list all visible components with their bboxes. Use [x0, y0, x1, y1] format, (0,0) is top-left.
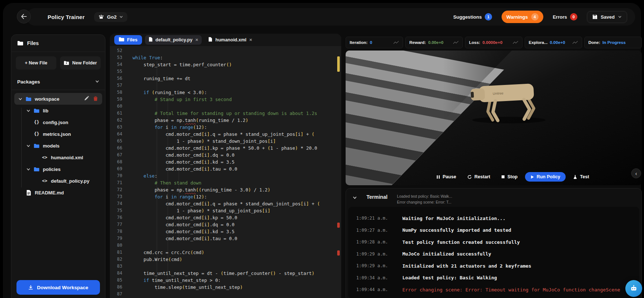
- code-line-73[interactable]: 73 for i in range(12):: [110, 193, 341, 200]
- code-line-52[interactable]: 52: [110, 47, 341, 54]
- metric-card-explora[interactable]: Explora...0.00e+0: [525, 37, 582, 48]
- folder-icon: [33, 167, 40, 172]
- stop-button[interactable]: Stop: [498, 172, 521, 182]
- tree-item-label: default_policy.py: [51, 178, 89, 184]
- new-folder-button[interactable]: New Folder: [60, 56, 101, 70]
- code-line-79[interactable]: 79 cmd.motor_cmd[i].tau = 0.0: [110, 235, 341, 242]
- code-line-86[interactable]: 86 time.sleep(time_until_next_step): [110, 284, 341, 291]
- tab-default_policy.py[interactable]: default_policy.py×: [145, 35, 202, 45]
- code-line-83[interactable]: 83: [110, 263, 341, 270]
- assistant-bot-button[interactable]: [625, 280, 642, 297]
- run-policy-button[interactable]: Run Policy: [525, 172, 566, 182]
- terminal-panel: Terminal Loaded test policy: Basic Walk.…: [346, 188, 642, 298]
- code-line-78[interactable]: 78 cmd.motor_cmd[i].kd = 3.5: [110, 228, 341, 235]
- tree-item-default_policy.py[interactable]: <>default_policy.py: [14, 175, 102, 187]
- saved-button[interactable]: Saved: [587, 11, 627, 23]
- code-line-57[interactable]: 57: [110, 82, 341, 89]
- new-file-button[interactable]: + New File: [16, 56, 56, 70]
- code-line-62[interactable]: 62 phase = np.tanh(runing_time / 1.2): [110, 117, 341, 124]
- errors-button[interactable]: Errors 0: [553, 13, 577, 21]
- code-line-76[interactable]: 76 cmd.motor_cmd[i].kp = 50.0: [110, 214, 341, 221]
- code-line-71[interactable]: 71 # Then stand down: [110, 179, 341, 186]
- scrollbar-error-marker[interactable]: [337, 250, 340, 256]
- code-line-69[interactable]: 69 cmd.motor_cmd[i].tau = 0.0: [110, 165, 341, 172]
- code-line-80[interactable]: 80: [110, 242, 341, 249]
- code-line-67[interactable]: 67 cmd.motor_cmd[i].dq = 0.0: [110, 152, 341, 159]
- code-line-70[interactable]: 70 else:: [110, 172, 341, 179]
- code-line-85[interactable]: 85 if time_until_next_step > 0:: [110, 277, 341, 284]
- warnings-button[interactable]: Warnings 4: [502, 11, 543, 23]
- file-icon: [208, 37, 212, 43]
- robot-selector[interactable]: Go2: [94, 12, 127, 22]
- tree-indent-guide: [21, 108, 22, 187]
- tree-item-humanoid.xml[interactable]: <>humanoid.xml: [14, 152, 102, 163]
- metric-card-reward[interactable]: Reward:0.00e+0: [405, 37, 463, 48]
- code-line-56[interactable]: 56 runing_time += dt: [110, 75, 341, 82]
- log-message: Loaded test policy: Basic Walking: [402, 275, 497, 280]
- packages-section-toggle[interactable]: Packages: [11, 74, 105, 90]
- line-number: 75: [110, 207, 128, 214]
- code-line-65[interactable]: 65 1 - phase) * stand_down_joint_pos[i]: [110, 138, 341, 145]
- line-number: 79: [110, 235, 128, 242]
- sparkline-icon: [393, 41, 399, 45]
- metric-card-done[interactable]: Done:In Progress: [584, 37, 642, 48]
- code-line-60[interactable]: 60: [110, 103, 341, 110]
- back-button[interactable]: [17, 10, 31, 23]
- close-icon[interactable]: ×: [249, 37, 252, 42]
- collapse-panel-button[interactable]: ‹: [631, 168, 641, 178]
- files-panel-header: Files: [11, 35, 105, 52]
- metric-card-iteration[interactable]: Iteration:0: [346, 37, 403, 48]
- line-number: 74: [110, 200, 128, 207]
- new-folder-label: New Folder: [72, 60, 97, 66]
- tree-item-config.json[interactable]: {}config.json: [14, 116, 102, 128]
- simulation-viewport[interactable]: Unitree PauseRestartStopRun PolicyTest ‹: [346, 51, 642, 185]
- code-line-84[interactable]: 84 time_until_next_step = dt - (time.per…: [110, 270, 341, 277]
- tree-item-models[interactable]: models: [14, 140, 102, 152]
- delete-icon[interactable]: [93, 96, 98, 102]
- code-line-75[interactable]: 75 1 - phase) * stand_up_joint_pos[i]: [110, 207, 341, 214]
- code-line-68[interactable]: 68 cmd.motor_cmd[i].kd = 3.5: [110, 159, 341, 165]
- code-line-54[interactable]: 54 step_start = time.perf_counter(): [110, 61, 341, 68]
- tab-files[interactable]: Files: [114, 35, 142, 45]
- code-line-53[interactable]: 53while True:: [110, 54, 341, 61]
- code-line-64[interactable]: 64 cmd.motor_cmd[i].q = phase * stand_up…: [110, 131, 341, 138]
- line-number: 63: [110, 124, 128, 131]
- metric-card-loss[interactable]: Loss:0.0000e+0: [465, 37, 522, 48]
- pause-button[interactable]: Pause: [433, 172, 460, 182]
- scrollbar-warning-marker[interactable]: [337, 56, 340, 72]
- tree-item-lib[interactable]: lib: [14, 105, 102, 116]
- restart-button[interactable]: Restart: [464, 172, 494, 182]
- code-line-72[interactable]: 72 phase = np.tanh((runing_time - 3.0) /…: [110, 186, 341, 193]
- code-line-63[interactable]: 63 for i in range(12):: [110, 124, 341, 131]
- files-panel-title: Files: [27, 40, 39, 46]
- tree-item-policies[interactable]: policies: [14, 163, 102, 175]
- scrollbar-error-marker[interactable]: [337, 223, 340, 228]
- code-line-66[interactable]: 66 cmd.motor_cmd[i].kp = phase * 50.0 + …: [110, 145, 341, 152]
- tree-item-workspace[interactable]: workspace: [14, 93, 102, 105]
- code-line-55[interactable]: 55: [110, 68, 341, 75]
- tree-item-metrics.json[interactable]: {}metrics.json: [14, 128, 102, 140]
- code-line-59[interactable]: 59 # Stand up in first 3 second: [110, 96, 341, 103]
- tree-item-label: metrics.json: [43, 131, 71, 137]
- code-line-74[interactable]: 74 cmd.motor_cmd[i].q = phase * stand_do…: [110, 200, 341, 207]
- code-line-61[interactable]: 61 # Total time for standing up or stand…: [110, 110, 341, 117]
- code-area[interactable]: 5253while True:54 step_start = time.perf…: [110, 46, 341, 298]
- metrics-bar: Iteration:0Reward:0.00e+0Loss:0.0000e+0E…: [346, 37, 642, 48]
- chevron-down-icon[interactable]: [353, 195, 357, 200]
- code-line-82[interactable]: 82 pub.Write(cmd): [110, 256, 341, 263]
- tab-humanoid.xml[interactable]: humanoid.xml×: [205, 35, 256, 45]
- log-timestamp: 1:09:21 a.m.: [356, 216, 393, 221]
- rename-icon[interactable]: [84, 96, 89, 102]
- line-number: 68: [110, 159, 128, 165]
- close-icon[interactable]: ×: [196, 37, 198, 42]
- download-workspace-button[interactable]: Download Workspace: [16, 280, 100, 295]
- code-line-87[interactable]: 87: [110, 291, 341, 298]
- code-line-77[interactable]: 77 cmd.motor_cmd[i].dq = 0.0: [110, 221, 341, 228]
- tree-item-README.md[interactable]: README.md: [14, 187, 102, 198]
- terminal-log[interactable]: 1:09:21 a.m.Waiting for MuJoCo initializ…: [348, 207, 639, 298]
- test-button[interactable]: Test: [569, 172, 593, 182]
- code-line-81[interactable]: 81 cmd.crc = crc.Crc(cmd): [110, 249, 341, 256]
- code-line-58[interactable]: 58 if (runing_time < 3.0):: [110, 89, 341, 96]
- line-number: 73: [110, 193, 128, 200]
- suggestions-button[interactable]: Suggestions 1: [453, 13, 492, 21]
